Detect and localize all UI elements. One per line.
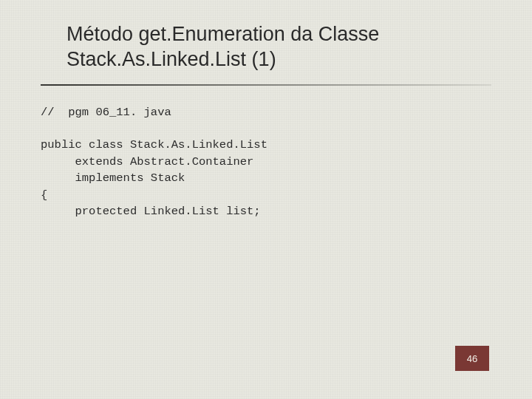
title-divider: [41, 84, 491, 85]
slide: Método get.Enumeration da Classe Stack.A…: [0, 0, 532, 399]
page-number: 46: [467, 353, 477, 364]
title-line-2: Stack.As.Linked.List (1): [66, 48, 276, 70]
title-line-1: Método get.Enumeration da Classe: [66, 23, 379, 45]
slide-title: Método get.Enumeration da Classe Stack.A…: [41, 22, 491, 81]
code-line: {: [41, 188, 47, 202]
code-line: public class Stack.As.Linked.List: [41, 138, 267, 151]
page-number-box: 46: [455, 346, 489, 371]
code-line: // pgm 06_11. java: [41, 106, 171, 119]
code-line: implements Stack: [41, 171, 185, 185]
code-line: protected Linked.List list;: [41, 205, 261, 218]
code-block: // pgm 06_11. java public class Stack.As…: [41, 104, 491, 220]
code-line: extends Abstract.Container: [41, 155, 253, 168]
